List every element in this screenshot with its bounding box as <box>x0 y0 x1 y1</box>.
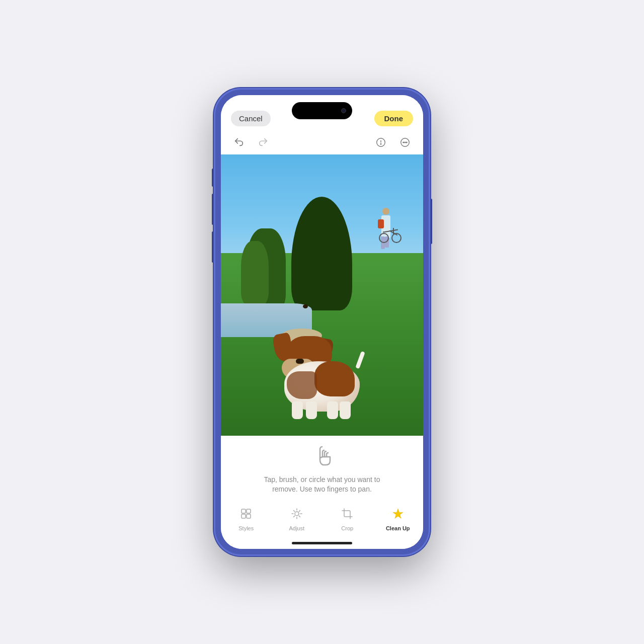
svg-rect-7 <box>247 509 251 513</box>
dog-eye <box>303 304 308 308</box>
svg-point-3 <box>403 142 404 143</box>
dog-leg-2 <box>306 401 317 419</box>
dog-tail <box>355 351 365 369</box>
svg-rect-6 <box>242 509 246 513</box>
dog-figure <box>272 326 372 422</box>
styles-label: Styles <box>238 525 254 531</box>
dog-brown-patch-back <box>314 361 355 396</box>
phone-device: Cancel Done <box>214 88 430 556</box>
more-button[interactable] <box>397 134 413 150</box>
cleanup-icon <box>392 508 404 523</box>
bike-handlebar <box>393 228 394 234</box>
person-head <box>382 208 389 215</box>
svg-point-5 <box>406 142 407 143</box>
toolbar-row <box>221 131 423 154</box>
person-figure <box>374 205 399 256</box>
svg-point-4 <box>405 142 406 143</box>
adjust-label: Adjust <box>289 525 304 531</box>
tab-crop[interactable]: Crop <box>322 505 373 534</box>
crop-label: Crop <box>341 525 353 531</box>
photo-background <box>221 154 423 436</box>
bike-wheel-front <box>379 233 389 243</box>
cleanup-label: Clean Up <box>386 525 410 531</box>
dog-brown-patch-side <box>287 371 317 399</box>
tree-light <box>241 241 269 304</box>
done-button[interactable]: Done <box>374 111 414 126</box>
undo-button[interactable] <box>231 134 247 150</box>
phone-screen: Cancel Done <box>221 95 423 549</box>
svg-rect-8 <box>242 514 246 518</box>
instruction-text: Tap, brush, or circle what you want to r… <box>252 475 392 495</box>
power-button <box>430 199 432 244</box>
gesture-icon <box>310 445 334 469</box>
redo-button[interactable] <box>255 134 271 150</box>
tab-adjust[interactable]: Adjust <box>272 505 323 534</box>
photo-area[interactable] <box>221 154 423 436</box>
dog-leg-4 <box>340 401 351 419</box>
bicycle <box>379 225 401 248</box>
dog-nose <box>296 359 304 364</box>
svg-rect-9 <box>247 514 251 518</box>
adjust-icon <box>291 508 303 523</box>
cancel-button[interactable]: Cancel <box>231 111 271 126</box>
toolbar-right <box>373 134 413 150</box>
home-bar <box>292 542 352 544</box>
tree-dark <box>291 197 353 310</box>
dog-leg-3 <box>327 401 338 419</box>
svg-point-1 <box>380 143 381 144</box>
bottom-tabs: Styles Adjust <box>221 500 423 537</box>
home-indicator <box>221 537 423 549</box>
dynamic-island <box>292 102 352 119</box>
dog-leg-1 <box>292 401 303 419</box>
markup-button[interactable] <box>373 134 389 150</box>
svg-point-10 <box>295 512 299 516</box>
crop-icon <box>341 508 353 523</box>
toolbar-left <box>231 134 271 150</box>
tab-cleanup[interactable]: Clean Up <box>373 505 424 534</box>
bottom-panel: Tap, brush, or circle what you want to r… <box>221 436 423 549</box>
tab-styles[interactable]: Styles <box>221 505 272 534</box>
instruction-area: Tap, brush, or circle what you want to r… <box>221 436 423 500</box>
styles-icon <box>240 508 252 523</box>
camera-dot <box>341 108 346 113</box>
